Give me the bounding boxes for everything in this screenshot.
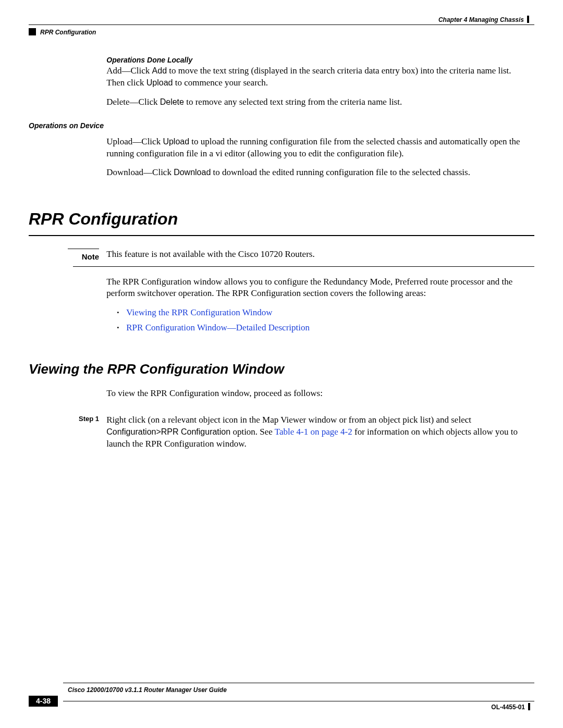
viewing-lead-block: To view the RPR Configuration window, pr… (29, 388, 534, 407)
note-rule-top (68, 249, 99, 249)
footer-bar-icon (528, 703, 530, 710)
running-head-right: Chapter 4 Managing Chassis (29, 16, 534, 23)
ops-device-block: Operations on Device Upload—Click Upload… (29, 121, 534, 187)
page-number: 4-38 (29, 696, 58, 707)
step-1-block: Step 1 Right click (on a relevant object… (29, 414, 534, 458)
viewing-title: Viewing the RPR Configuration Window (29, 360, 534, 378)
viewing-lead: To view the RPR Configuration window, pr… (106, 388, 523, 400)
link-rpr-detailed[interactable]: RPR Configuration Window—Detailed Descri… (126, 323, 310, 332)
footer-rule-top (63, 683, 534, 683)
footer-rule-bottom (63, 701, 534, 701)
content: Operations Done Locally Add—Click Add to… (29, 55, 534, 458)
note-rule-bottom (73, 266, 534, 267)
ops-device-upload: Upload—Click Upload to upload the runnin… (106, 136, 523, 160)
ops-local-heading: Operations Done Locally (106, 55, 523, 65)
note-text: This feature is not available with the C… (106, 249, 314, 259)
note-block: Note This feature is not available with … (29, 249, 534, 263)
header-rule (29, 24, 534, 25)
ops-local-add: Add—Click Add to move the text string (d… (106, 65, 523, 89)
delete-label: Delete (160, 97, 184, 106)
ops-local-delete: Delete—Click Delete to remove any select… (106, 96, 523, 108)
header-bar-icon (527, 16, 529, 23)
rpr-intro-block: The RPR Configuration window allows you … (29, 276, 534, 345)
upload-label-2: Upload (163, 137, 189, 146)
rpr-link-list: Viewing the RPR Configuration Window RPR… (106, 307, 523, 334)
rpr-intro: The RPR Configuration window allows you … (106, 276, 523, 300)
menu-path: Configuration>RPR Configuration (106, 427, 230, 436)
add-label: Add (152, 66, 167, 75)
page-footer: Cisco 12000/10700 v3.1.1 Router Manager … (29, 683, 534, 707)
step-1-text: Right click (on a relevant object icon i… (106, 414, 523, 450)
ops-local-block: Operations Done Locally Add—Click Add to… (29, 55, 534, 116)
ops-device-download: Download—Click Download to download the … (106, 167, 523, 179)
footer-book-title: Cisco 12000/10700 v3.1.1 Router Manager … (68, 686, 534, 694)
link-viewing-rpr[interactable]: Viewing the RPR Configuration Window (126, 307, 272, 317)
upload-label: Upload (146, 78, 173, 87)
step-1-label: Step 1 (29, 414, 104, 424)
page: Chapter 4 Managing Chassis RPR Configura… (0, 0, 563, 728)
section-rule (29, 235, 534, 236)
header-square-icon (29, 28, 36, 35)
doc-number: OL-4455-01 (491, 703, 530, 711)
note-label: Note (82, 252, 99, 261)
rpr-config-title: RPR Configuration (29, 208, 534, 230)
link-table-4-1[interactable]: Table 4-1 on page 4-2 (275, 427, 352, 437)
page-header: Chapter 4 Managing Chassis RPR Configura… (29, 16, 534, 34)
ops-device-heading: Operations on Device (29, 121, 534, 131)
list-item: RPR Configuration Window—Detailed Descri… (117, 322, 523, 334)
running-head-left: RPR Configuration (29, 28, 534, 36)
chapter-label: Chapter 4 Managing Chassis (438, 16, 524, 23)
section-running-head: RPR Configuration (40, 29, 96, 36)
download-label: Download (174, 168, 211, 177)
list-item: Viewing the RPR Configuration Window (117, 307, 523, 319)
